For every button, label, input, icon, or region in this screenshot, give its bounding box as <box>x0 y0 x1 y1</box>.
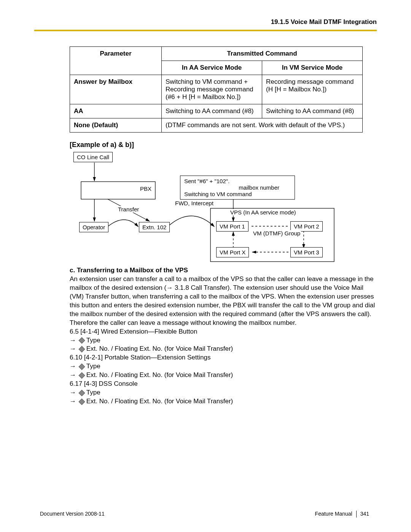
box-sent: Sent "#6" + "102". mailbox number Switch… <box>180 176 295 200</box>
label-fwd: FWD, Intercept <box>174 200 214 206</box>
ref-65: 6.5 [4-1-4] Wired Extension—Flexible But… <box>70 328 377 336</box>
box-vm-port-x: VM Port X <box>216 247 249 257</box>
text-mailbox-number: mailbox number <box>184 184 291 191</box>
text-sent: Sent "#6" + "102". <box>184 178 291 184</box>
ref-ext: → Ext. No. / Floating Ext. No. (for Voic… <box>70 371 377 380</box>
ref-type: → Type <box>70 388 377 397</box>
diamond-icon <box>78 346 85 352</box>
section-header: 19.1.5 Voice Mail DTMF Integration <box>34 18 377 26</box>
ref-617: 6.17 [4-3] DSS Console <box>70 380 377 388</box>
cell: AA <box>70 104 162 118</box>
diagram: CO Line Call PBX Sent "#6" + "102". mail… <box>70 152 366 266</box>
col-parameter: Parameter <box>70 47 162 75</box>
ref-ext: → Ext. No. / Floating Ext. No. (for Voic… <box>70 345 377 353</box>
cell: Answer by Mailbox <box>70 75 162 104</box>
label-vm-group: VM (DTMF) Group <box>252 230 301 237</box>
col-command: Transmitted Command <box>162 47 363 61</box>
label-transfer: Transfer <box>117 206 140 212</box>
doc-version: Document Version 2008-11 <box>40 511 105 517</box>
table-row: None (Default) (DTMF commands are not se… <box>70 118 363 133</box>
section-c-body: An extension user can transfer a call to… <box>70 275 377 328</box>
box-vm-port-3: VM Port 3 <box>290 247 323 257</box>
diamond-icon <box>78 398 85 405</box>
label-pbx: PBX <box>139 185 152 192</box>
page-footer: Document Version 2008-11 Feature Manual3… <box>40 511 369 518</box>
cell: Switching to VM command + Recording mess… <box>162 75 262 104</box>
box-co-line: CO Line Call <box>73 152 113 162</box>
diamond-icon <box>78 363 85 370</box>
header-rule <box>34 30 377 31</box>
box-extn: Extn. 102 <box>139 222 170 232</box>
ref-610: 6.10 [4-2-1] Portable Station—Extension … <box>70 353 377 362</box>
section-c-title: c. Transferring to a Mailbox of the VPS <box>70 266 377 275</box>
diamond-icon <box>78 390 85 396</box>
text-switching: Switching to VM command <box>184 191 291 197</box>
ref-type: → Type <box>70 336 377 345</box>
diamond-icon <box>78 372 85 379</box>
cell: Recording message command (H [H = Mailbo… <box>262 75 363 104</box>
command-table: Parameter Transmitted Command In AA Serv… <box>70 46 363 133</box>
col-vm: In VM Service Mode <box>262 61 363 75</box>
cell: Switching to AA command (#8) <box>162 104 262 118</box>
ref-type: → Type <box>70 362 377 371</box>
table-row: AA Switching to AA command (#8) Switchin… <box>70 104 363 118</box>
ref-ext: → Ext. No. / Floating Ext. No. (for Voic… <box>70 397 377 406</box>
page-number: 341 <box>360 511 369 517</box>
cell: (DTMF commands are not sent. Work with d… <box>162 118 363 133</box>
col-aa: In AA Service Mode <box>162 61 262 75</box>
feature-manual: Feature Manual <box>315 511 352 517</box>
box-vm-port-1: VM Port 1 <box>216 221 249 232</box>
box-operator: Operator <box>79 222 108 232</box>
section-c: c. Transferring to a Mailbox of the VPS … <box>34 266 377 406</box>
label-vps: VPS (In AA service mode) <box>229 209 297 216</box>
diamond-icon <box>78 337 85 344</box>
cell: Switching to AA command (#8) <box>262 104 363 118</box>
table-row: Answer by Mailbox Switching to VM comman… <box>70 75 363 104</box>
example-title: [Example of a) & b)] <box>34 141 377 149</box>
cell: None (Default) <box>70 118 162 133</box>
